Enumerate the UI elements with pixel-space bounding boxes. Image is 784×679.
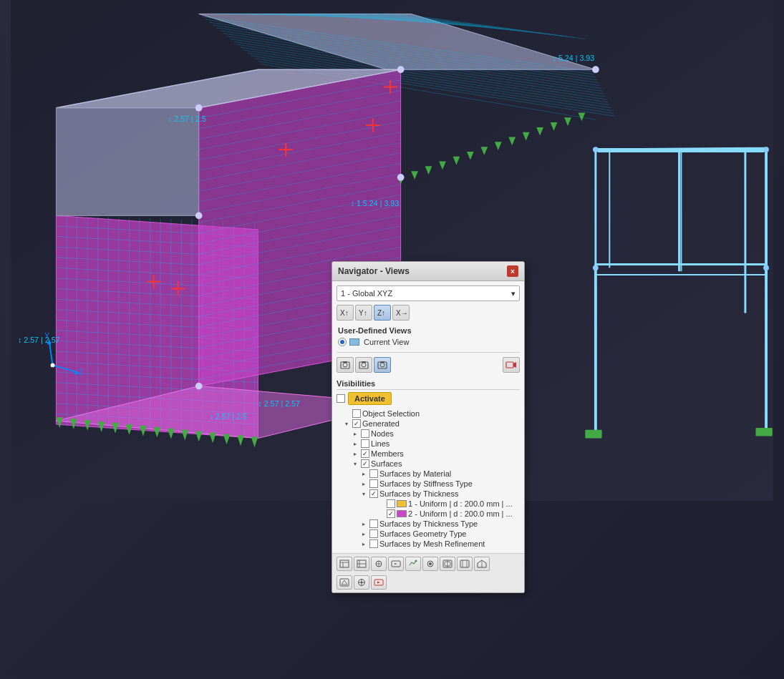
label-surfaces-thickness: Surfaces by Thickness [379,489,520,498]
expand-arrow-surfaces-thickness: ▾ [359,489,368,498]
svg-text:Y↑: Y↑ [359,309,367,317]
expand-arrow-surfaces: ▾ [351,459,359,468]
visibility-tree: Object Selection ▾ Generated ▸ Nodes ▸ L… [337,409,520,549]
label-object-selection: Object Selection [362,409,520,418]
bottom-toolbar-row2 [332,574,524,592]
tree-item-lines[interactable]: ▸ Lines [337,439,520,449]
expand-arrow-surfaces-stiffness: ▸ [359,479,368,488]
btn-icon-r2-1[interactable] [337,575,352,590]
current-view-radio[interactable] [338,338,347,346]
axis-toolbar: X↑ Y↑ Z↑ X→ [337,305,520,321]
btn-icon-5[interactable] [405,557,421,571]
expand-arrow-mesh: ▸ [359,539,368,548]
tree-item-surfaces-by-material[interactable]: ▸ Surfaces by Material [337,469,520,479]
checkbox-nodes[interactable] [361,429,369,438]
checkbox-surfaces-stiffness[interactable] [369,479,378,488]
tree-item-object-selection[interactable]: Object Selection [337,409,520,419]
checkbox-thickness-type[interactable] [369,519,378,528]
axis-y-btn[interactable]: Y↑ [355,305,372,321]
label-thickness-type: Surfaces by Thickness Type [379,519,520,528]
svg-point-213 [429,562,432,565]
tree-item-surfaces-geometry-type[interactable]: ▸ Surfaces Geometry Type [337,529,520,539]
current-view-label: Current View [364,338,409,346]
checkbox-thickness-1[interactable] [387,499,395,508]
activate-checkbox[interactable] [337,394,345,403]
svg-text:↕ 2.57 | 2.57: ↕ 2.57 | 2.57 [18,336,60,344]
btn-icon-2[interactable] [354,557,369,571]
label-surfaces-material: Surfaces by Material [379,469,520,478]
chevron-down-icon: ▾ [511,289,516,298]
checkbox-thickness-2[interactable] [387,509,395,518]
svg-point-211 [415,560,417,562]
svg-point-171 [397,174,405,181]
checkbox-generated[interactable] [352,419,361,428]
tree-item-members[interactable]: ▸ Members [337,449,520,459]
svg-point-173 [592,66,599,73]
btn-icon-8[interactable] [457,557,473,571]
checkbox-surfaces-thickness[interactable] [369,489,378,498]
svg-point-193 [362,363,366,367]
svg-point-174 [593,147,599,152]
svg-text:Z: Z [79,368,84,376]
activate-label[interactable]: Activate [348,392,392,405]
svg-point-176 [593,265,599,270]
checkbox-lines[interactable] [361,439,369,448]
svg-rect-198 [506,362,513,368]
bottom-toolbar-row1 [332,553,524,574]
snapshot-btn-3[interactable] [374,357,391,373]
snapshot-btn-1[interactable] [337,357,354,373]
svg-point-190 [343,363,347,367]
checkbox-object-selection[interactable] [352,409,361,418]
tree-item-surfaces-thickness-type[interactable]: ▸ Surfaces by Thickness Type [337,519,520,529]
checkbox-geometry-type[interactable] [369,529,378,538]
svg-point-196 [380,363,384,367]
video-btn[interactable] [503,357,520,373]
tree-item-surfaces[interactable]: ▾ Surfaces [337,459,520,469]
axis-z-btn[interactable]: Z↑ [374,305,391,321]
checkbox-mesh[interactable] [369,539,378,548]
checkbox-surfaces[interactable] [361,459,369,468]
camera-controls [337,356,520,374]
view-dropdown[interactable]: 1 - Global XYZ ▾ [337,285,520,301]
label-thickness-2: 2 - Uniform | d : 200.0 mm | ... [408,509,520,518]
svg-marker-121 [56,108,198,216]
svg-text:↕ 2.57 | 2.57: ↕ 2.57 | 2.57 [258,399,300,408]
snapshot-btn-2[interactable] [355,357,372,373]
view-dropdown-value: 1 - Global XYZ [341,289,392,298]
current-view-row: Current View [337,336,520,349]
close-button[interactable]: × [507,265,518,277]
visibilities-label: Visibilities [337,377,520,390]
label-surfaces: Surfaces [371,459,520,468]
tree-item-thickness-2[interactable]: 2 - Uniform | d : 200.0 mm | ... [337,509,520,519]
label-members: Members [371,449,520,458]
axis-x-btn[interactable]: X↑ [337,305,354,321]
btn-icon-3[interactable] [371,557,387,571]
expand-arrow-t2 [377,509,385,518]
btn-icon-r2-3[interactable] [371,575,387,590]
label-mesh: Surfaces by Mesh Refinement [379,539,520,548]
checkbox-members[interactable] [361,449,369,458]
btn-icon-9[interactable] [474,557,490,571]
checkbox-surfaces-material[interactable] [369,469,378,478]
panel-title: Navigator - Views [338,266,410,276]
tree-item-surfaces-mesh[interactable]: ▸ Surfaces by Mesh Refinement [337,539,520,549]
tree-item-surfaces-by-thickness[interactable]: ▾ Surfaces by Thickness [337,489,520,499]
btn-icon-r2-2[interactable] [354,575,369,590]
tree-item-nodes[interactable]: ▸ Nodes [337,429,520,439]
svg-text:Z↑: Z↑ [377,309,385,317]
tree-item-thickness-1[interactable]: 1 - Uniform | d : 200.0 mm | ... [337,499,520,509]
axis-x-right-btn[interactable]: X→ [392,305,410,321]
svg-text:X→: X→ [396,309,407,317]
expand-arrow-geometry-type: ▸ [359,529,368,538]
label-surfaces-stiffness: Surfaces by Stiffness Type [379,479,520,488]
svg-point-167 [195,104,203,112]
activate-btn-row: Activate [337,392,392,405]
svg-point-168 [195,213,203,220]
btn-icon-4[interactable] [388,557,404,571]
btn-icon-7[interactable] [440,557,455,571]
btn-icon-6[interactable] [422,557,438,571]
tree-item-generated[interactable]: ▾ Generated [337,419,520,429]
btn-icon-1[interactable] [337,557,352,571]
svg-point-225 [361,582,363,584]
tree-item-surfaces-by-stiffness[interactable]: ▸ Surfaces by Stiffness Type [337,479,520,489]
